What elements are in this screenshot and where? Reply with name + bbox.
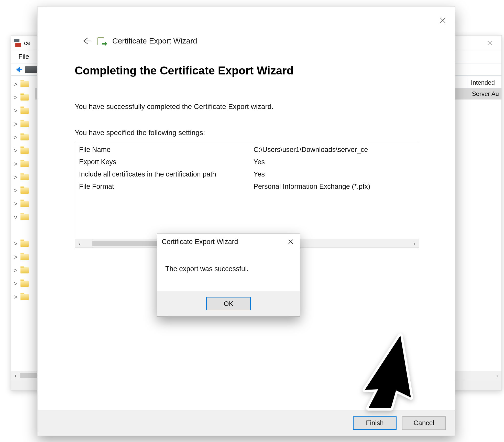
settings-label: File Name	[75, 146, 251, 158]
settings-label: Export Keys	[75, 158, 251, 170]
chevron-right-icon: >	[13, 147, 18, 154]
folder-icon	[20, 134, 29, 140]
close-icon[interactable]	[437, 15, 448, 25]
folder-icon	[20, 201, 29, 207]
folder-icon	[20, 174, 29, 180]
svg-rect-2	[17, 69, 22, 70]
cancel-button[interactable]: Cancel	[402, 416, 446, 430]
chevron-right-icon: >	[13, 240, 18, 247]
chevron-right-icon: >	[13, 120, 18, 128]
wizard-titlebar	[38, 7, 455, 34]
folder-icon	[20, 148, 29, 154]
scroll-left-icon[interactable]: ‹	[11, 371, 20, 380]
chevron-right-icon: >	[13, 293, 18, 301]
mmc-window-title: ce	[24, 39, 30, 47]
menu-file[interactable]: File	[15, 51, 33, 62]
folder-icon	[20, 254, 29, 260]
dialog-title: Certificate Export Wizard	[162, 238, 238, 246]
wizard-heading: Completing the Certificate Export Wizard	[75, 64, 419, 77]
wizard-success-text: You have successfully completed the Cert…	[75, 103, 419, 111]
settings-row: File Format Personal Information Exchang…	[75, 183, 419, 195]
folder-icon	[20, 108, 29, 114]
chevron-down-icon: v	[13, 214, 18, 221]
wizard-settings-intro: You have specified the following setting…	[75, 129, 419, 137]
settings-row: Export Keys Yes	[75, 158, 419, 170]
ok-button[interactable]: OK	[206, 297, 251, 310]
tree-row[interactable]: >	[11, 171, 35, 184]
tree-row[interactable]: >	[11, 104, 35, 117]
dialog-footer: OK	[157, 291, 300, 316]
tree-row[interactable]: >	[11, 131, 35, 144]
tree-row[interactable]: >	[11, 197, 35, 211]
mmc-app-icon	[14, 39, 21, 47]
tree-row[interactable]: >	[11, 290, 35, 304]
finish-button[interactable]: Finish	[353, 416, 397, 430]
chevron-right-icon: >	[13, 267, 18, 274]
tree-row[interactable]: >	[11, 157, 35, 171]
tree-pane[interactable]: > > > > > > > > > > v > > > > > ‹	[11, 76, 35, 380]
list-header-col[interactable]: Intended	[467, 77, 499, 88]
list-cell: Server Au	[472, 90, 499, 97]
chevron-right-icon: >	[13, 134, 18, 141]
chevron-right-icon: >	[13, 94, 18, 101]
wizard-body: Completing the Certificate Export Wizard…	[38, 34, 455, 410]
settings-label: File Format	[75, 183, 251, 195]
folder-icon	[20, 187, 29, 194]
dialog-titlebar: Certificate Export Wizard	[157, 234, 300, 250]
chevron-right-icon: >	[13, 187, 18, 194]
close-icon[interactable]	[286, 237, 295, 246]
tree-row[interactable]: >	[11, 144, 35, 157]
chevron-right-icon: >	[13, 253, 18, 261]
settings-row: File Name C:\Users\user1\Downloads\serve…	[75, 146, 419, 158]
settings-listbox[interactable]: File Name C:\Users\user1\Downloads\serve…	[75, 143, 419, 248]
scroll-right-icon[interactable]: ›	[493, 371, 501, 380]
wizard-footer: Finish Cancel	[38, 410, 455, 436]
folder-icon	[20, 121, 29, 127]
tree-row[interactable]: >	[11, 237, 35, 250]
tree-row[interactable]: >	[11, 277, 35, 290]
folder-icon	[20, 294, 29, 300]
close-icon[interactable]	[480, 37, 499, 49]
tree-row[interactable]: v	[11, 211, 35, 224]
settings-row: Include all certificates in the certific…	[75, 170, 419, 183]
folder-icon	[20, 81, 29, 87]
scroll-right-icon[interactable]: ›	[410, 239, 419, 248]
folder-icon	[20, 267, 29, 273]
dialog-body: The export was successful.	[157, 250, 300, 291]
chevron-right-icon: >	[13, 107, 18, 114]
chevron-right-icon: >	[13, 280, 18, 287]
chevron-right-icon: >	[13, 174, 18, 181]
certificate-export-wizard-window: Certificate Export Wizard Completing the…	[37, 6, 455, 436]
chevron-right-icon: >	[13, 160, 18, 168]
settings-value: Yes	[251, 170, 419, 183]
chevron-right-icon: >	[13, 81, 18, 88]
toolbar-back-icon[interactable]	[14, 65, 23, 74]
settings-value: Personal Information Exchange (*.pfx)	[251, 183, 419, 195]
tree-row[interactable]: >	[11, 184, 35, 197]
export-success-dialog: Certificate Export Wizard The export was…	[157, 234, 300, 317]
folder-icon	[20, 281, 29, 287]
toolbar-segment	[25, 66, 38, 73]
settings-value: C:\Users\user1\Downloads\server_ce	[251, 146, 419, 158]
scroll-left-icon[interactable]: ‹	[75, 239, 84, 248]
settings-value: Yes	[251, 158, 419, 170]
tree-row[interactable]: >	[11, 117, 35, 131]
settings-label: Include all certificates in the certific…	[75, 170, 251, 183]
tree-row[interactable]: >	[11, 91, 35, 104]
folder-icon	[20, 161, 29, 167]
folder-icon	[20, 94, 29, 101]
tree-row[interactable]: >	[11, 78, 35, 91]
folder-icon	[20, 241, 29, 247]
tree-row-gap	[11, 224, 35, 237]
chevron-right-icon: >	[13, 200, 18, 207]
tree-row[interactable]: >	[11, 264, 35, 277]
tree-row[interactable]: >	[11, 250, 35, 264]
folder-icon	[20, 214, 29, 220]
